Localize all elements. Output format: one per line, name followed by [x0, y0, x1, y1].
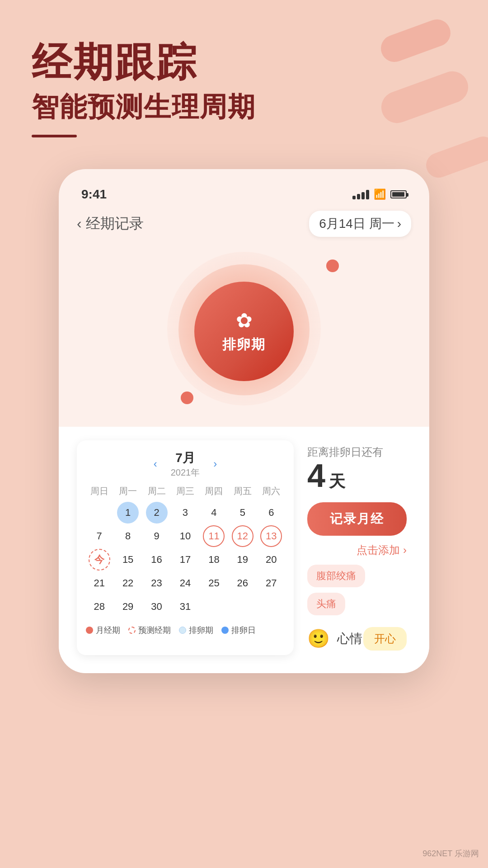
- calendar-weekdays: 周日 周一 周二 周三 周四 周五 周六: [86, 483, 285, 499]
- calendar-day-30[interactable]: 30: [146, 596, 168, 618]
- mood-label: 心情: [337, 630, 362, 647]
- weekday-thu: 周四: [201, 483, 227, 499]
- legend-dot-blue: [221, 627, 229, 634]
- calendar-day-9[interactable]: 9: [146, 525, 168, 547]
- legend-label-ovulation-day: 排卵日: [231, 625, 256, 636]
- calendar-day-20[interactable]: 20: [260, 549, 282, 571]
- calendar-day-13[interactable]: 13: [260, 525, 282, 547]
- calendar-day-15[interactable]: 15: [117, 549, 139, 571]
- calendar-panel: ‹ 7月 2021年 › 周日 周一 周二 周三 周四 周五 周六: [77, 440, 294, 655]
- hero-divider: [32, 135, 77, 137]
- calendar-day-29[interactable]: 29: [117, 596, 139, 618]
- weekday-sat: 周六: [258, 483, 285, 499]
- calendar-day-10[interactable]: 10: [174, 525, 196, 547]
- weekday-mon: 周一: [114, 483, 141, 499]
- hero-title: 经期跟踪: [32, 41, 456, 85]
- calendar-day-11[interactable]: 11: [203, 525, 225, 547]
- mood-emoji: 🙂: [307, 628, 330, 649]
- status-bar: 9:41 📶: [59, 183, 429, 206]
- calendar-day-1[interactable]: 1: [117, 502, 139, 524]
- calendar-prev-button[interactable]: ‹: [149, 455, 162, 472]
- calendar-day-23[interactable]: 23: [146, 572, 168, 594]
- info-panel: 距离排卵日还有 4 天 记录月经 点击添加 › 腹部绞痛 头痛 🙂 心情 开心: [294, 440, 411, 655]
- calendar-day-2[interactable]: 2: [146, 502, 168, 524]
- dot-decoration-bottom: [181, 392, 193, 404]
- calendar-day-22[interactable]: 22: [117, 572, 139, 594]
- flower-icon: ✿: [236, 309, 253, 332]
- calendar-day-24[interactable]: 24: [174, 572, 196, 594]
- date-pill[interactable]: 6月14日 周一 ›: [309, 211, 411, 237]
- status-icons: 📶: [352, 189, 407, 200]
- phone-bottom-panel: ‹ 7月 2021年 › 周日 周一 周二 周三 周四 周五 周六: [59, 427, 429, 673]
- calendar-day-empty4: [260, 596, 282, 618]
- ovulation-label: 排卵期: [222, 335, 266, 354]
- phone-mockup: 9:41 📶 ‹ 经期记录 6月14日 周一 › ✿ 排卵期: [59, 169, 429, 673]
- record-button[interactable]: 记录月经: [307, 502, 407, 536]
- calendar-day-5[interactable]: 5: [232, 502, 253, 524]
- legend-dot-light-blue: [179, 627, 186, 634]
- calendar-day-18[interactable]: 18: [203, 549, 225, 571]
- calendar-next-button[interactable]: ›: [209, 455, 221, 472]
- legend-ovulation-day: 排卵日: [221, 625, 256, 636]
- calendar-month: 7月: [171, 449, 200, 467]
- legend-period: 月经期: [86, 625, 120, 636]
- legend-ovulation-period: 排卵期: [179, 625, 213, 636]
- watermark: 962NET 乐游网: [422, 848, 479, 859]
- date-arrow: ›: [397, 217, 401, 231]
- weekday-tue: 周二: [143, 483, 170, 499]
- calendar-day-17[interactable]: 17: [174, 549, 196, 571]
- hero-subtitle: 智能预测生理周期: [32, 89, 456, 126]
- app-header: ‹ 经期记录 6月14日 周一 ›: [59, 206, 429, 246]
- calendar-day-3[interactable]: 3: [174, 502, 196, 524]
- symptom-tags: 腹部绞痛 头痛: [307, 565, 407, 615]
- weekday-sun: 周日: [86, 483, 113, 499]
- calendar-day-empty2: [203, 596, 225, 618]
- calendar-day-empty: [89, 502, 110, 524]
- mood-tag[interactable]: 开心: [363, 627, 407, 651]
- ovulation-circle[interactable]: ✿ 排卵期: [194, 282, 294, 381]
- calendar-day-today[interactable]: 今: [89, 549, 110, 571]
- calendar-header: ‹ 7月 2021年 ›: [86, 449, 285, 479]
- hero-section: 经期跟踪 智能预测生理周期: [0, 0, 488, 156]
- countdown-prefix: 距离排卵日还有: [307, 445, 407, 459]
- calendar-month-year: 7月 2021年: [171, 449, 200, 479]
- calendar-year: 2021年: [171, 467, 200, 479]
- calendar-days: 1 2 3 4 5 6 7 8 9 10 11 12 13 今 15 16 17…: [86, 502, 285, 618]
- weekday-fri: 周五: [229, 483, 256, 499]
- legend-label-predicted: 预测经期: [138, 625, 171, 636]
- back-button[interactable]: ‹ 经期记录: [77, 214, 144, 234]
- wifi-icon: 📶: [374, 189, 386, 200]
- signal-icon: [352, 189, 369, 199]
- calendar-day-21[interactable]: 21: [89, 572, 110, 594]
- calendar-day-4[interactable]: 4: [203, 502, 225, 524]
- symptom-tag-1[interactable]: 头痛: [307, 593, 345, 615]
- legend-label-ovulation-period: 排卵期: [189, 625, 213, 636]
- ovulation-section[interactable]: ✿ 排卵期: [59, 246, 429, 427]
- legend-predicted: 预测经期: [128, 625, 171, 636]
- calendar-day-empty3: [232, 596, 253, 618]
- countdown-number: 4: [307, 459, 325, 492]
- status-time: 9:41: [81, 187, 107, 202]
- countdown-unit: 天: [329, 471, 345, 493]
- calendar-day-27[interactable]: 27: [260, 572, 282, 594]
- calendar-legend: 月经期 预测经期 排卵期 排卵日: [86, 625, 285, 636]
- calendar-day-25[interactable]: 25: [203, 572, 225, 594]
- calendar-day-7[interactable]: 7: [89, 525, 110, 547]
- countdown-section: 距离排卵日还有 4 天: [307, 445, 407, 493]
- calendar-day-26[interactable]: 26: [232, 572, 253, 594]
- calendar-day-31[interactable]: 31: [174, 596, 196, 618]
- calendar-day-6[interactable]: 6: [260, 502, 282, 524]
- calendar-day-8[interactable]: 8: [117, 525, 139, 547]
- calendar-day-12[interactable]: 12: [232, 525, 253, 547]
- weekday-wed: 周三: [172, 483, 198, 499]
- legend-dot-red: [86, 627, 93, 634]
- dot-decoration-top: [326, 259, 339, 272]
- calendar-day-19[interactable]: 19: [232, 549, 253, 571]
- legend-label-period: 月经期: [96, 625, 120, 636]
- calendar-day-16[interactable]: 16: [146, 549, 168, 571]
- legend-dot-outline: [128, 627, 136, 634]
- battery-icon: [390, 190, 407, 198]
- calendar-day-28[interactable]: 28: [89, 596, 110, 618]
- symptom-tag-0[interactable]: 腹部绞痛: [307, 565, 365, 587]
- add-link[interactable]: 点击添加 ›: [307, 543, 407, 557]
